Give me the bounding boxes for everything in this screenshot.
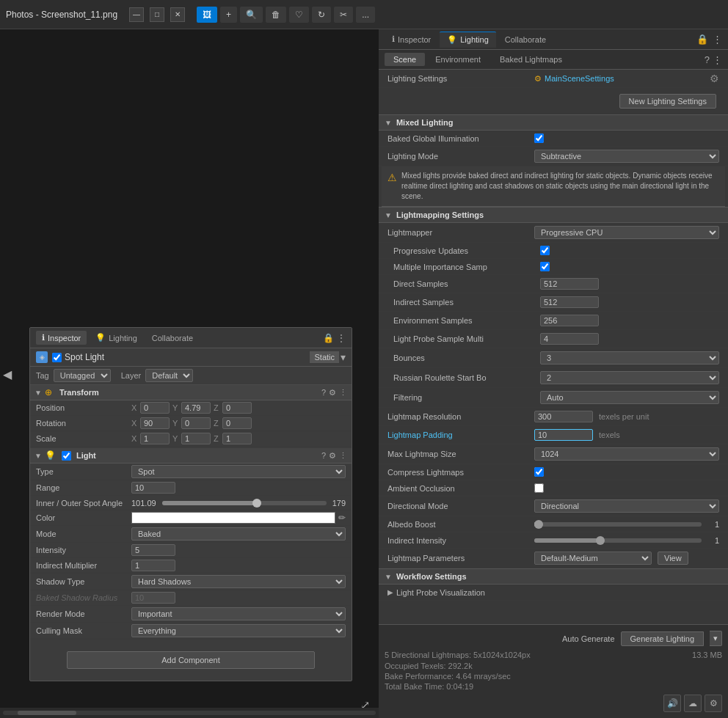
culling-select[interactable]: Everything — [131, 624, 346, 637]
mixed-lighting-section[interactable]: ▼ Mixed Lighting — [379, 114, 728, 131]
tab-collaborate-inspector[interactable]: Collaborate — [146, 331, 199, 345]
filtering-select[interactable]: Auto — [540, 391, 719, 404]
workflow-section[interactable]: ▼ Workflow Settings — [379, 568, 728, 585]
collapse-left-icon[interactable]: ◀ — [3, 367, 12, 381]
light-probe-input[interactable] — [540, 333, 599, 345]
color-picker-icon[interactable]: ✏ — [338, 513, 346, 523]
transform-help-icon[interactable]: ? — [321, 388, 326, 398]
tab-inspector[interactable]: ℹ Inspector — [36, 331, 87, 345]
right-header-lock-icon[interactable]: 🔒 — [696, 34, 708, 45]
rotate-button[interactable]: ↻ — [312, 7, 331, 23]
tag-select[interactable]: Untagged — [54, 369, 111, 382]
delete-button[interactable]: 🗑 — [266, 7, 286, 23]
static-dropdown-icon[interactable]: ▾ — [341, 351, 346, 363]
right-header-more-icon[interactable]: ⋮ — [713, 34, 722, 45]
transform-section-header[interactable]: ▼ ⊕ Transform ? ⚙ ⋮ — [30, 385, 352, 400]
add-component-button[interactable]: Add Component — [67, 651, 315, 669]
light-intensity-input[interactable] — [131, 544, 175, 556]
generate-arrow-button[interactable]: ▾ — [710, 631, 722, 646]
light-section-header[interactable]: ▼ 💡 Light ? ⚙ ⋮ — [30, 448, 352, 464]
object-active-checkbox[interactable] — [52, 353, 62, 362]
close-button[interactable]: ✕ — [170, 7, 185, 22]
transform-more-icon[interactable]: ⋮ — [339, 388, 347, 398]
bottom-icon-1[interactable]: 🔊 — [663, 695, 681, 712]
more-button[interactable]: ... — [356, 7, 375, 23]
tab-lighting-right[interactable]: 💡 Lighting — [440, 32, 496, 48]
generate-lighting-button[interactable]: Generate Lighting — [621, 631, 704, 646]
compress-checkbox[interactable] — [534, 467, 544, 477]
light-more-icon[interactable]: ⋮ — [339, 451, 347, 461]
favorite-button[interactable]: ♡ — [289, 7, 309, 23]
indirect-slider-knob[interactable] — [596, 536, 605, 545]
prog-updates-checkbox[interactable] — [540, 246, 550, 255]
subtab-environment[interactable]: Environment — [426, 53, 489, 66]
crop-button[interactable]: ✂ — [334, 7, 353, 23]
bottom-icon-2[interactable]: ☁ — [684, 695, 702, 712]
zoom-in-button[interactable]: 🔍 — [240, 7, 263, 23]
tab-collaborate-right[interactable]: Collaborate — [498, 32, 553, 47]
shadow-type-select[interactable]: Hard Shadows — [131, 575, 346, 588]
settings-asset-name[interactable]: MainSceneSettings — [545, 74, 614, 83]
new-tab-button[interactable]: + — [220, 7, 237, 23]
light-type-select[interactable]: Spot — [131, 465, 346, 478]
direct-samples-input[interactable] — [540, 278, 599, 290]
scroll-thumb[interactable] — [18, 711, 76, 715]
static-button[interactable]: Static — [310, 351, 339, 363]
multi-importance-checkbox[interactable] — [540, 262, 550, 271]
subtab-help-icon[interactable]: ? — [705, 54, 710, 65]
pos-z-input[interactable] — [222, 402, 252, 414]
bottom-icon-3[interactable]: ⚙ — [705, 695, 722, 712]
spot-angle-slider[interactable] — [162, 501, 327, 505]
more-options-icon[interactable]: ⋮ — [337, 333, 346, 343]
env-samples-input[interactable] — [540, 315, 599, 326]
light-mode-select[interactable]: Baked — [131, 527, 346, 541]
light-active-checkbox[interactable] — [62, 451, 71, 461]
max-size-select[interactable]: 1024 — [534, 447, 719, 461]
lighting-mode-select[interactable]: Subtractive — [534, 150, 719, 163]
photo-view-button[interactable]: 🖼 — [197, 7, 217, 23]
bounces-select[interactable]: 3 — [540, 351, 719, 365]
lightmapping-section[interactable]: ▼ Lightmapping Settings — [379, 207, 728, 223]
scale-z-input[interactable] — [222, 433, 252, 444]
rot-z-input[interactable] — [222, 417, 252, 429]
baked-shadow-input[interactable] — [131, 592, 175, 604]
subtab-more-icon[interactable]: ⋮ — [713, 54, 722, 65]
rot-x-input[interactable] — [140, 417, 170, 429]
spot-slider-thumb[interactable] — [252, 499, 261, 508]
ambient-checkbox[interactable] — [534, 483, 544, 493]
russian-select[interactable]: 2 — [540, 371, 719, 384]
settings-btn[interactable]: ⚙ — [710, 73, 719, 84]
pos-x-input[interactable] — [140, 402, 170, 414]
indirect-samples-input[interactable] — [540, 296, 599, 308]
directional-select[interactable]: Directional — [534, 499, 719, 513]
indirect-slider[interactable] — [534, 538, 702, 543]
padding-input[interactable] — [534, 429, 593, 441]
tab-inspector-right[interactable]: ℹ Inspector — [385, 32, 438, 47]
minimize-button[interactable]: — — [129, 7, 144, 22]
albedo-slider-knob[interactable] — [534, 520, 543, 529]
params-select[interactable]: Default-Medium — [534, 552, 652, 565]
light-color-swatch[interactable] — [131, 512, 335, 524]
pos-y-input[interactable] — [181, 402, 211, 414]
new-lighting-button[interactable]: New Lighting Settings — [619, 94, 716, 109]
light-indirect-input[interactable] — [131, 560, 175, 571]
lightmapper-select[interactable]: Progressive CPU — [534, 226, 719, 239]
transform-settings-icon[interactable]: ⚙ — [329, 388, 336, 398]
tab-lighting-inspector[interactable]: 💡 Lighting — [90, 331, 143, 345]
albedo-slider[interactable] — [534, 522, 702, 527]
layer-select[interactable]: Default — [145, 369, 193, 382]
rot-y-input[interactable] — [181, 417, 211, 429]
light-settings-icon[interactable]: ⚙ — [329, 451, 336, 461]
baked-gi-checkbox[interactable] — [534, 133, 544, 143]
subtab-scene[interactable]: Scene — [385, 53, 425, 66]
light-range-input[interactable] — [131, 482, 175, 494]
light-help-icon[interactable]: ? — [321, 451, 326, 461]
scale-y-input[interactable] — [181, 433, 211, 444]
maximize-button[interactable]: □ — [150, 7, 164, 22]
render-mode-select[interactable]: Important — [131, 607, 346, 620]
lock-icon[interactable]: 🔒 — [323, 333, 334, 343]
scale-x-input[interactable] — [140, 433, 170, 444]
resolution-input[interactable] — [534, 411, 593, 422]
view-button[interactable]: View — [658, 552, 688, 565]
subtab-baked-lightmaps[interactable]: Baked Lightmaps — [491, 53, 571, 66]
